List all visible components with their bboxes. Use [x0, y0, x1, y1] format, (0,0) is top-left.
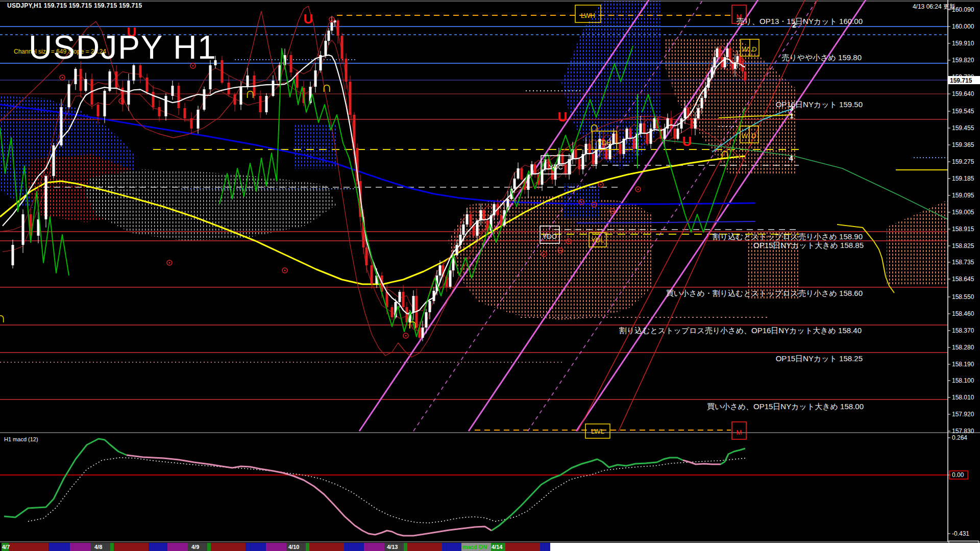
candle-body	[726, 48, 729, 57]
candle-body	[629, 129, 632, 139]
candle-body	[534, 164, 536, 174]
candle-body	[605, 149, 608, 159]
macd-axis-tick-label: -0.431	[952, 530, 969, 537]
level-label-text: W	[742, 132, 748, 140]
signal-circle-dot	[405, 335, 407, 337]
macd-axis-tick-label: 0.264	[952, 434, 967, 441]
price-axis-tick-label: 158.550	[952, 293, 974, 300]
signal-circle-dot	[284, 270, 286, 271]
candle-body	[265, 96, 268, 112]
candle-body	[371, 265, 373, 284]
timeline-segment	[550, 543, 980, 551]
timeline-segment	[0, 543, 2, 551]
price-axis-tick-label: 160.000	[952, 23, 974, 30]
timeline-segment	[114, 543, 149, 551]
candle-body	[589, 144, 591, 154]
price-level-annotation: 割り込むとストップロス売り小さめ、OP16日NYカット大きめ 158.40	[619, 326, 862, 335]
candle-body	[422, 328, 424, 338]
timeline-date-label: 4/10	[288, 544, 299, 550]
candle-body	[531, 164, 533, 174]
signal-circle-dot	[612, 211, 614, 212]
candle-body	[565, 164, 567, 174]
price-level-annotation: 割り込むとストップロス売り小さめ 158.90	[713, 232, 863, 241]
pivot-line	[664, 140, 948, 219]
level-label-text: W	[742, 45, 749, 53]
candle-body	[97, 105, 100, 116]
timeline-segment	[404, 543, 407, 551]
timeline-segment	[306, 543, 309, 551]
candle-body	[716, 48, 719, 57]
candle-body	[483, 210, 485, 220]
candle-body	[152, 92, 155, 107]
candle-body	[209, 65, 212, 89]
candle-body	[341, 36, 344, 59]
level-label-text: YDH	[597, 139, 611, 146]
level-label-text: LWH	[581, 12, 595, 19]
signal-circle-dot	[568, 241, 570, 242]
candle-body	[694, 118, 697, 129]
symbol-ohlc-title: USDJPY,H1 159.715 159.715 159.715 159.71…	[7, 2, 142, 9]
price-axis-tick-label: 158.280	[952, 344, 974, 351]
sell-marker-icon: U	[558, 109, 568, 124]
buy-marker-icon: ∩	[720, 145, 730, 161]
candle-body	[517, 168, 520, 179]
candle-body	[701, 98, 703, 108]
price-axis-tick-label: 159.095	[952, 192, 974, 199]
price-level-annotation: OP15日NYカット大きめ 158.85	[753, 241, 864, 249]
candle-body	[729, 48, 731, 60]
candle-body	[165, 96, 167, 116]
ichimoku-cloud	[887, 200, 948, 286]
candle-body	[337, 20, 339, 36]
candle-body	[619, 144, 622, 154]
price-axis-tick-label: 159.455	[952, 124, 974, 132]
price-axis-tick-label: 158.370	[952, 327, 974, 334]
price-axis-tick-label: 158.100	[952, 377, 974, 384]
macd-signal-line	[28, 458, 745, 523]
buy-marker-icon: ∩	[322, 79, 332, 95]
buy-marker-icon: ∩	[245, 85, 255, 101]
candle-body	[328, 31, 330, 41]
candle-body	[184, 108, 186, 118]
wave-count-label: 4	[789, 154, 793, 162]
chart-canvas[interactable]: LWHMWDYDHWDYDCYDOYDLLWLMUUUU∩∩∩∩∩∩2314売り…	[0, 0, 980, 551]
candle-body	[612, 134, 615, 144]
level-label-text: M	[737, 429, 742, 436]
symbol-watermark: USDJPY H1	[29, 29, 217, 66]
level-label-text: YDC	[549, 163, 562, 171]
price-axis-tick-label: 159.545	[952, 108, 974, 115]
candle-body	[80, 69, 82, 91]
candle-body	[684, 108, 687, 118]
trading-chart-window: LWHMWDYDHWDYDCYDOYDLLWLMUUUU∩∩∩∩∩∩2314売り…	[0, 0, 980, 551]
candle-body	[391, 307, 394, 317]
timeline-segment	[149, 543, 167, 551]
timeline-date-label: 4/14	[492, 544, 503, 550]
candle-body	[104, 91, 106, 116]
candle-body	[197, 110, 200, 129]
candle-body	[22, 214, 24, 245]
candle-body	[640, 123, 642, 134]
candle-body	[719, 48, 721, 57]
price-level-annotation: 買い小さめ、OP15日NYカット大きめ 158.00	[707, 402, 864, 411]
signal-circle-dot	[600, 184, 602, 186]
timeline-segment	[364, 543, 384, 551]
timeline-segment	[505, 543, 540, 551]
candle-body	[513, 179, 516, 189]
timeline-segment	[540, 543, 550, 551]
timeline-segment	[211, 543, 246, 551]
timeline-date-label: 4/8	[94, 544, 102, 550]
level-label-text: YDO	[543, 233, 557, 240]
candle-body	[68, 84, 70, 107]
ichimoku-cloud	[563, 184, 600, 218]
candle-body	[85, 79, 87, 91]
candle-body	[575, 149, 577, 159]
candle-body	[643, 123, 646, 134]
candle-body	[674, 129, 676, 139]
price-axis-tick-label: 157.830	[952, 428, 974, 435]
price-axis-tick-label: 159.005	[952, 209, 974, 216]
candle-body	[480, 210, 482, 220]
timeline-date-label: 4/9	[191, 544, 199, 550]
macd-main-line	[721, 448, 745, 464]
candle-body	[345, 59, 348, 82]
candle-body	[115, 71, 118, 88]
candle-body	[677, 129, 679, 139]
